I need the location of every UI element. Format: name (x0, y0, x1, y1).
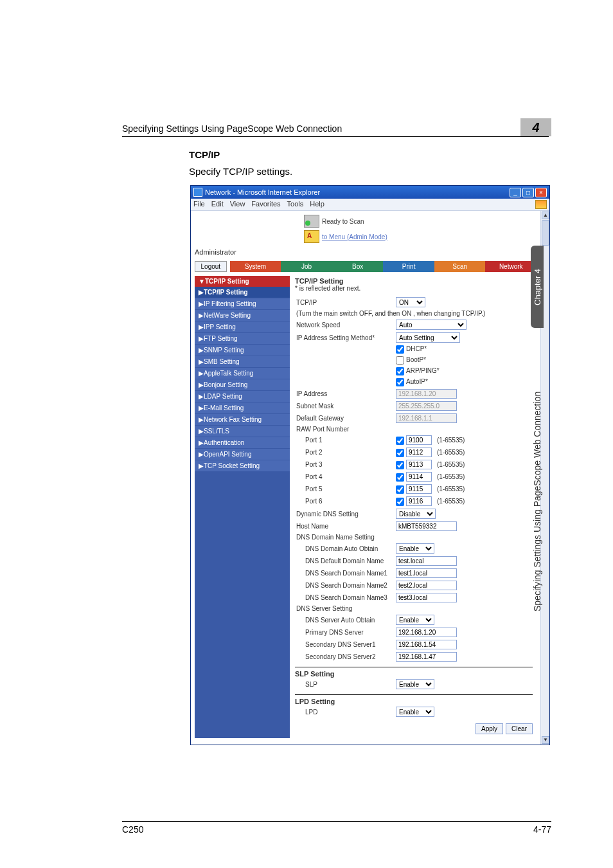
range-port1: (1-65535) (437, 437, 465, 444)
sidebar-item-ipp[interactable]: ▶IPP Setting (195, 321, 290, 332)
checkbox-bootp[interactable] (396, 356, 404, 365)
label-dns-domain-auto: DNS Domain Auto Obtain (295, 542, 395, 555)
menu-view[interactable]: View (230, 200, 245, 209)
select-lpd[interactable]: Enable (396, 707, 434, 717)
checkbox-port4[interactable] (396, 473, 404, 482)
tab-row: Logout System Job Box Print Scan Network (191, 258, 540, 276)
tab-network[interactable]: Network (485, 261, 537, 272)
label-port5: Port 5 (295, 483, 395, 495)
scrollbar-thumb[interactable] (542, 220, 549, 246)
scroll-down-icon[interactable]: ▼ (542, 736, 549, 744)
label-dns-search1: DNS Search Domain Name1 (295, 567, 395, 579)
checkbox-port5[interactable] (396, 485, 404, 494)
checkbox-arpping[interactable] (396, 367, 404, 375)
sidebar-item-openapi[interactable]: ▶OpenAPI Setting (195, 448, 290, 460)
select-ddns[interactable]: Disable (396, 509, 436, 519)
sidebar-item-tcp-socket[interactable]: ▶TCP Socket Setting (195, 460, 290, 471)
tab-scan[interactable]: Scan (434, 261, 486, 272)
label-dns-search2: DNS Search Domain Name2 (295, 579, 395, 592)
label-hostname: Host Name (295, 520, 395, 532)
range-port3: (1-65535) (437, 461, 465, 468)
input-port1[interactable] (406, 435, 432, 445)
input-dns-search2[interactable] (396, 581, 457, 590)
sidebar: ▼TCP/IP Setting ▶TCP/IP Setting ▶IP Filt… (195, 276, 290, 738)
footer-rule (122, 821, 551, 822)
input-ipaddress (396, 389, 457, 399)
sidebar-item-ssl-tls[interactable]: ▶SSL/TLS (195, 425, 290, 437)
window-close-button[interactable]: × (535, 188, 547, 197)
checkbox-port6[interactable] (396, 498, 404, 506)
input-dns-default[interactable] (396, 556, 457, 566)
ie-icon (193, 188, 202, 197)
sidebar-item-ip-filtering[interactable]: ▶IP Filtering Setting (195, 298, 290, 309)
input-port6[interactable] (406, 496, 432, 506)
select-ip-method[interactable]: Auto Setting (396, 332, 460, 343)
menu-file[interactable]: File (193, 200, 205, 209)
side-caption: Specifying Settings Using PageScope Web … (531, 334, 544, 669)
tab-system[interactable]: System (230, 261, 281, 272)
sidebar-sub-tcpip[interactable]: ▶TCP/IP Setting (195, 287, 290, 298)
clear-button[interactable]: Clear (506, 723, 533, 734)
input-port3[interactable] (406, 460, 432, 469)
checkbox-autoip[interactable] (396, 378, 404, 386)
sidebar-item-appletalk[interactable]: ▶AppleTalk Setting (195, 367, 290, 379)
sidebar-item-ftp[interactable]: ▶FTP Setting (195, 332, 290, 344)
input-dns-primary[interactable] (396, 628, 457, 637)
logout-button[interactable]: Logout (195, 261, 227, 272)
label-ddns: Dynamic DNS Setting (295, 507, 395, 520)
window-minimize-button[interactable]: _ (510, 188, 521, 197)
label-ipaddress: IP Address (295, 388, 395, 400)
label-lpd: LPD (295, 705, 395, 718)
menu-favorites[interactable]: Favorites (251, 200, 280, 209)
window-titlebar: Network - Microsoft Internet Explorer _ … (191, 186, 549, 199)
to-menu-link[interactable]: to Menu (Admin Mode) (322, 233, 387, 240)
input-port2[interactable] (406, 448, 432, 457)
sidebar-item-snmp[interactable]: ▶SNMP Setting (195, 344, 290, 356)
label-dns-server-title: DNS Server Setting (295, 604, 533, 613)
label-subnet: Subnet Mask (295, 400, 395, 412)
label-arpping: ARP/PING* (406, 367, 440, 374)
menu-help[interactable]: Help (310, 200, 324, 209)
sidebar-item-email[interactable]: ▶E-Mail Setting (195, 402, 290, 413)
select-dns-domain-auto[interactable]: Enable (396, 543, 434, 554)
sidebar-item-authentication[interactable]: ▶Authentication (195, 437, 290, 448)
input-dns-sec1[interactable] (396, 640, 457, 649)
window-title: Network - Microsoft Internet Explorer (205, 188, 320, 196)
select-network-speed[interactable]: Auto (396, 320, 466, 330)
label-port6: Port 6 (295, 495, 395, 507)
tab-box[interactable]: Box (332, 261, 384, 272)
checkbox-port3[interactable] (396, 461, 404, 469)
device-status-text: Ready to Scan (322, 218, 364, 225)
input-port5[interactable] (406, 484, 432, 494)
sidebar-header-tcpip[interactable]: ▼TCP/IP Setting (195, 276, 290, 287)
checkbox-port1[interactable] (396, 437, 404, 445)
sidebar-item-smb[interactable]: ▶SMB Setting (195, 356, 290, 367)
checkbox-dhcp[interactable] (396, 345, 404, 354)
main-panel: TCP/IP Setting * is reflected after next… (290, 276, 537, 738)
checkbox-port2[interactable] (396, 449, 404, 457)
select-tcpip[interactable]: ON (396, 297, 425, 307)
range-port6: (1-65535) (437, 498, 465, 505)
chapter-badge: 4 (520, 118, 551, 136)
menu-tools[interactable]: Tools (287, 200, 304, 209)
footer-right: 4-77 (533, 824, 551, 835)
sidebar-item-ldap[interactable]: ▶LDAP Setting (195, 390, 290, 402)
sidebar-item-network-fax[interactable]: ▶Network Fax Setting (195, 413, 290, 425)
scroll-up-icon[interactable]: ▲ (542, 212, 549, 219)
input-hostname[interactable] (396, 521, 457, 531)
select-slp[interactable]: Enable (396, 679, 434, 689)
sidebar-item-netware[interactable]: ▶NetWare Setting (195, 309, 290, 321)
sidebar-item-bonjour[interactable]: ▶Bonjour Setting (195, 379, 290, 390)
input-port4[interactable] (406, 472, 432, 482)
tab-print[interactable]: Print (383, 261, 434, 272)
window-maximize-button[interactable]: □ (522, 188, 534, 197)
input-subnet (396, 401, 457, 411)
select-dns-server-auto[interactable]: Enable (396, 615, 434, 625)
apply-button[interactable]: Apply (475, 723, 503, 734)
tab-job[interactable]: Job (281, 261, 332, 272)
input-dns-search1[interactable] (396, 568, 457, 578)
menu-edit[interactable]: Edit (211, 200, 224, 209)
input-dns-search3[interactable] (396, 593, 457, 602)
input-dns-sec2[interactable] (396, 652, 457, 662)
side-tab-chapter: Chapter 4 (531, 246, 544, 328)
